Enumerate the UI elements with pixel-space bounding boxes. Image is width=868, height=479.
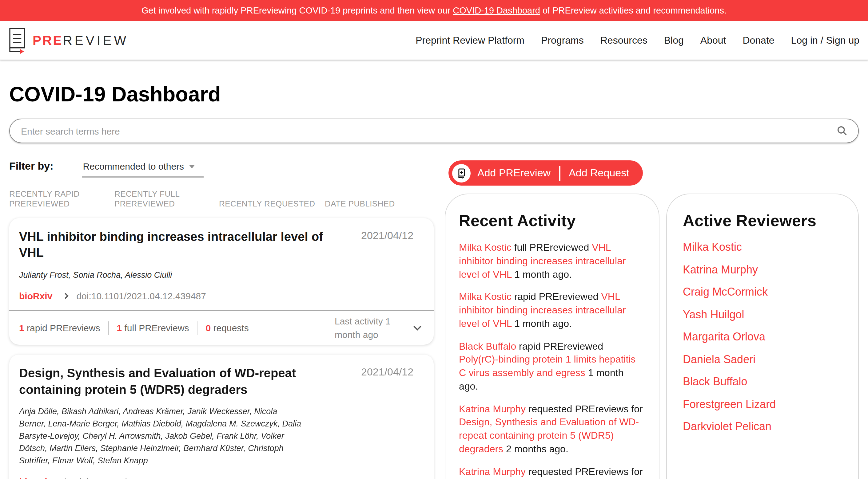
- chevron-down-icon[interactable]: [413, 322, 421, 330]
- activity-actor-link[interactable]: Katrina Murphy: [459, 466, 526, 477]
- filter-row: Filter by: Recommended to others: [9, 159, 434, 184]
- activity-item: Katrina Murphy requested PREreviews for …: [459, 465, 644, 479]
- reviewer-link[interactable]: Milka Kostic: [683, 241, 843, 254]
- reviewer-link[interactable]: Daniela Saderi: [683, 353, 843, 366]
- reviewer-link[interactable]: Darkviolet Pelican: [683, 420, 843, 433]
- main-nav: Preprint Review Platform Programs Resour…: [415, 35, 859, 46]
- preprint-card: Design, Synthesis and Evaluation of WD-r…: [9, 355, 434, 479]
- column-header-date-published[interactable]: DATE PUBLISHED: [325, 199, 395, 208]
- nav-resources[interactable]: Resources: [600, 35, 648, 46]
- banner-text: of PREreview activities and recommendati…: [540, 5, 726, 15]
- divider: [559, 166, 560, 180]
- filter-dropdown[interactable]: Recommended to others: [82, 159, 204, 178]
- active-reviewers-title: Active Reviewers: [683, 211, 843, 231]
- reviewer-link[interactable]: Craig McCormick: [683, 286, 843, 299]
- add-request-label[interactable]: Add Request: [569, 167, 629, 179]
- reviewer-link[interactable]: Yash Huilgol: [683, 308, 843, 321]
- list-column-headers: RECENTLY RAPID PREREVIEWED RECENTLY FULL…: [9, 187, 434, 208]
- requests-count: 0 requests: [206, 322, 249, 333]
- column-header-recently-requested[interactable]: RECENTLY REQUESTED: [219, 199, 325, 208]
- search-input[interactable]: [9, 118, 859, 143]
- logo-text-review: REVIEW: [63, 33, 129, 47]
- add-prereview-request-button[interactable]: Add PREreview Add Request: [448, 160, 643, 185]
- reviewer-link[interactable]: Black Buffalo: [683, 375, 843, 388]
- chevron-right-icon: [62, 293, 69, 299]
- activity-actor-link[interactable]: Katrina Murphy: [459, 403, 526, 414]
- activity-actor-link[interactable]: Milka Kostic: [459, 292, 512, 302]
- preprint-source: bioRxiv: [19, 476, 52, 479]
- caret-down-icon: [189, 164, 195, 168]
- site-header: PREREVIEW Preprint Review Platform Progr…: [0, 21, 868, 60]
- prereview-logo[interactable]: PREREVIEW: [6, 27, 129, 54]
- last-activity-label: Last activity 1 month ago: [335, 315, 404, 341]
- activity-item: Katrina Murphy requested PREreviews for …: [459, 402, 644, 456]
- activity-item: Black Buffalo rapid PREreviewed Poly(rC)…: [459, 340, 644, 393]
- search-bar: [9, 118, 859, 143]
- preprint-title[interactable]: Design, Synthesis and Evaluation of WD-r…: [19, 365, 361, 398]
- divider: [108, 321, 108, 335]
- reviewer-link[interactable]: Forestgreen Lizard: [683, 398, 843, 411]
- nav-preprint-review-platform[interactable]: Preprint Review Platform: [415, 35, 524, 46]
- nav-about[interactable]: About: [701, 35, 726, 46]
- banner-text: Get involved with rapidly PREreviewing C…: [142, 5, 453, 15]
- filter-selected-value: Recommended to others: [83, 161, 184, 171]
- nav-donate[interactable]: Donate: [743, 35, 774, 46]
- preprint-list-column: Filter by: Recommended to others RECENTL…: [9, 159, 434, 479]
- search-icon[interactable]: [837, 125, 848, 136]
- divider: [197, 321, 198, 335]
- column-header-recently-full-prereviewed[interactable]: RECENTLY FULL PREREVIEWED: [115, 190, 219, 208]
- logo-text-pre: PRE: [33, 33, 63, 47]
- add-prereview-label[interactable]: Add PREreview: [477, 167, 551, 179]
- preprint-title[interactable]: VHL inhibitor binding increases intracel…: [19, 229, 361, 261]
- column-header-recently-rapid-prereviewed[interactable]: RECENTLY RAPID PREREVIEWED: [9, 190, 115, 208]
- rapid-prereviews-count: 1 rapid PREreviews: [19, 322, 100, 333]
- preprint-source: bioRxiv: [19, 290, 52, 301]
- activity-actor-link[interactable]: Milka Kostic: [459, 242, 512, 252]
- logo-document-icon: [6, 27, 27, 54]
- activity-column: Add PREreview Add Request Recent Activit…: [434, 159, 859, 479]
- preprint-doi-link[interactable]: doi:10.1101/2021.04.12.439490: [76, 476, 206, 479]
- activity-actor-link[interactable]: Black Buffalo: [459, 341, 516, 351]
- preprint-stats-bar[interactable]: 1 rapid PREreviews 1 full PREreviews 0 r…: [9, 310, 434, 345]
- active-reviewers-panel: Active Reviewers Milka Kostic Katrina Mu…: [666, 194, 859, 479]
- nav-login-signup[interactable]: Log in / Sign up: [791, 35, 859, 46]
- preprint-date-published: 2021/04/12: [361, 229, 413, 261]
- reviewer-link[interactable]: Margarita Orlova: [683, 331, 843, 343]
- page-title: COVID-19 Dashboard: [9, 82, 859, 106]
- reviewer-link[interactable]: Katrina Murphy: [683, 263, 843, 276]
- nav-blog[interactable]: Blog: [664, 35, 684, 46]
- full-prereviews-count: 1 full PREreviews: [117, 322, 189, 333]
- preprint-doi-link[interactable]: doi:10.1101/2021.04.12.439487: [76, 290, 206, 301]
- filter-label: Filter by:: [9, 159, 54, 173]
- nav-programs[interactable]: Programs: [541, 35, 584, 46]
- preprint-authors: Julianty Frost, Sonia Rocha, Alessio Ciu…: [19, 269, 303, 281]
- preprint-authors: Anja Dölle, Bikash Adhikari, Andreas Krä…: [19, 406, 303, 467]
- activity-item: Milka Kostic rapid PREreviewed VHL inhib…: [459, 290, 644, 331]
- preprint-date-published: 2021/04/12: [361, 365, 413, 398]
- recent-activity-panel: Recent Activity Milka Kostic full PRErev…: [445, 194, 659, 479]
- covid-banner: Get involved with rapidly PREreviewing C…: [0, 0, 868, 21]
- recent-activity-title: Recent Activity: [459, 211, 644, 231]
- add-prereview-icon: [452, 164, 471, 182]
- banner-dashboard-link[interactable]: COVID-19 Dashboard: [453, 5, 540, 15]
- activity-item: Milka Kostic full PREreviewed VHL inhibi…: [459, 241, 644, 281]
- preprint-card: VHL inhibitor binding increases intracel…: [9, 218, 434, 345]
